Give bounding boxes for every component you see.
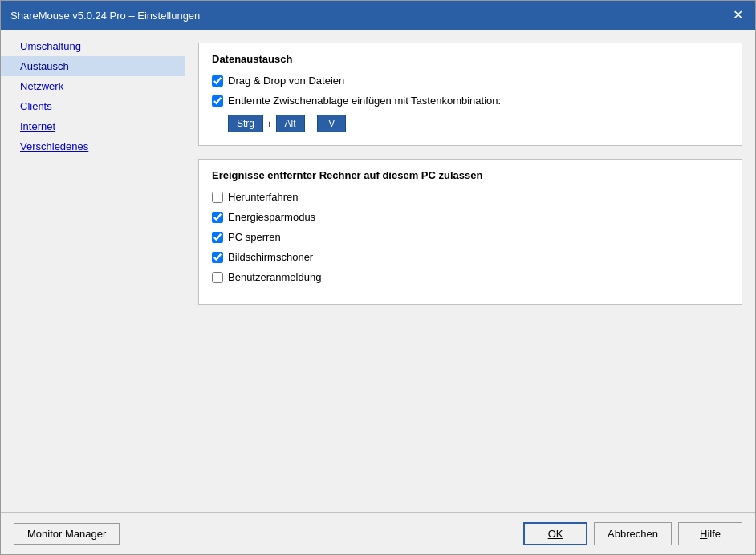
monitor-manager-button[interactable]: Monitor Manager	[14, 523, 120, 545]
footer-right: OK Abbrechen Hilfe	[523, 522, 742, 545]
zwischenablage-checkbox[interactable]	[212, 95, 223, 107]
bildschirmschoner-label[interactable]: Bildschirmschoner	[228, 251, 313, 263]
zwischenablage-row: Entfernte Zwischenablage einfügen mit Ta…	[212, 95, 729, 107]
sidebar-item-umschaltung[interactable]: Umschaltung	[1, 36, 185, 56]
sidebar: Umschaltung Austausch Netzwerk Clients I…	[1, 30, 185, 512]
datenaustausch-title: Datenaustausch	[212, 53, 729, 65]
energiesparmodus-row: Energiesparmodus	[212, 211, 729, 223]
plus-2: +	[308, 118, 315, 130]
drag-drop-checkbox[interactable]	[212, 75, 223, 87]
footer: Monitor Manager OK Abbrechen Hilfe	[1, 512, 755, 554]
datenaustausch-section: Datenaustausch Drag & Drop von Dateien E…	[198, 43, 742, 146]
benutzeranmeldung-label[interactable]: Benutzeranmeldung	[228, 271, 321, 283]
sidebar-item-netzwerk[interactable]: Netzwerk	[1, 76, 185, 96]
sidebar-item-austausch[interactable]: Austausch	[1, 56, 185, 76]
close-button[interactable]: ✕	[730, 7, 746, 23]
bildschirmschoner-checkbox[interactable]	[212, 252, 223, 263]
ereignisse-section: Ereignisse entfernter Rechner auf diesem…	[198, 159, 742, 305]
key-alt: Alt	[276, 115, 305, 132]
window-body: Umschaltung Austausch Netzwerk Clients I…	[1, 30, 755, 512]
ok-button[interactable]: OK	[523, 522, 587, 545]
pc-sperren-checkbox[interactable]	[212, 232, 223, 243]
sidebar-item-verschiedenes[interactable]: Verschiedenes	[1, 136, 185, 156]
sidebar-item-internet[interactable]: Internet	[1, 116, 185, 136]
drag-drop-row: Drag & Drop von Dateien	[212, 75, 729, 87]
herunterfahren-label[interactable]: Herunterfahren	[228, 191, 298, 203]
bildschirmschoner-row: Bildschirmschoner	[212, 251, 729, 263]
energiesparmodus-checkbox[interactable]	[212, 212, 223, 223]
zwischenablage-label[interactable]: Entfernte Zwischenablage einfügen mit Ta…	[228, 95, 501, 107]
benutzeranmeldung-checkbox[interactable]	[212, 272, 223, 283]
key-v: V	[317, 115, 346, 132]
key-combo: Strg + Alt + V	[228, 115, 729, 132]
title-bar: ShareMouse v5.0.24 Pro – Einstellungen ✕	[1, 1, 755, 30]
abbrechen-button[interactable]: Abbrechen	[594, 522, 672, 545]
content-area: Datenaustausch Drag & Drop von Dateien E…	[185, 30, 755, 512]
plus-1: +	[266, 118, 273, 130]
energiesparmodus-label[interactable]: Energiesparmodus	[228, 211, 315, 223]
herunterfahren-row: Herunterfahren	[212, 191, 729, 203]
pc-sperren-label[interactable]: PC sperren	[228, 231, 281, 243]
key-strg: Strg	[228, 115, 263, 132]
footer-left: Monitor Manager	[14, 523, 523, 545]
main-window: ShareMouse v5.0.24 Pro – Einstellungen ✕…	[0, 0, 756, 555]
sidebar-item-clients[interactable]: Clients	[1, 96, 185, 116]
ereignisse-title: Ereignisse entfernter Rechner auf diesem…	[212, 169, 729, 181]
herunterfahren-checkbox[interactable]	[212, 192, 223, 203]
pc-sperren-row: PC sperren	[212, 231, 729, 243]
benutzeranmeldung-row: Benutzeranmeldung	[212, 271, 729, 283]
window-title: ShareMouse v5.0.24 Pro – Einstellungen	[10, 10, 200, 22]
drag-drop-label[interactable]: Drag & Drop von Dateien	[228, 75, 344, 87]
hilfe-button[interactable]: Hilfe	[678, 522, 742, 545]
